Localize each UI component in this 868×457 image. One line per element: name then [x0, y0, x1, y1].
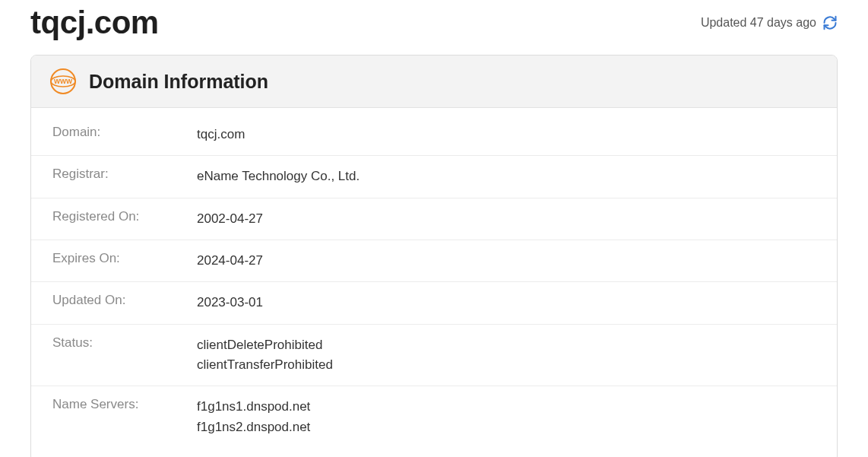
domain-info-card: WWW Domain Information Domain: tqcj.com … — [30, 55, 838, 457]
domain-title: tqcj.com — [30, 5, 159, 41]
value-updated-on: 2023-03-01 — [197, 293, 263, 313]
page-header: tqcj.com Updated 47 days ago — [30, 0, 838, 55]
refresh-icon[interactable] — [822, 15, 838, 30]
row-status: Status: clientDeleteProhibited clientTra… — [31, 325, 837, 387]
value-expires-on: 2024-04-27 — [197, 251, 263, 271]
label-domain: Domain: — [52, 125, 197, 144]
value-status: clientDeleteProhibited clientTransferPro… — [197, 335, 333, 376]
label-name-servers: Name Servers: — [52, 397, 197, 437]
card-header: WWW Domain Information — [31, 56, 837, 108]
updated-wrap: Updated 47 days ago — [701, 15, 838, 30]
row-registrar: Registrar: eName Technology Co., Ltd. — [31, 156, 837, 198]
value-domain: tqcj.com — [197, 125, 245, 144]
card-body: Domain: tqcj.com Registrar: eName Techno… — [31, 108, 837, 457]
label-updated-on: Updated On: — [52, 293, 197, 313]
row-registered-on: Registered On: 2002-04-27 — [31, 198, 837, 240]
row-expires-on: Expires On: 2024-04-27 — [31, 240, 837, 282]
row-domain: Domain: tqcj.com — [31, 114, 837, 156]
row-name-servers: Name Servers: f1g1ns1.dnspod.net f1g1ns2… — [31, 386, 837, 448]
updated-text: Updated 47 days ago — [701, 16, 816, 30]
value-registered-on: 2002-04-27 — [197, 209, 263, 229]
svg-text:WWW: WWW — [54, 78, 73, 85]
row-updated-on: Updated On: 2023-03-01 — [31, 282, 837, 324]
label-registered-on: Registered On: — [52, 209, 197, 229]
label-status: Status: — [52, 335, 197, 376]
www-icon: WWW — [49, 68, 77, 95]
card-title: Domain Information — [89, 71, 268, 93]
label-expires-on: Expires On: — [52, 251, 197, 271]
value-registrar: eName Technology Co., Ltd. — [197, 167, 360, 186]
value-name-servers: f1g1ns1.dnspod.net f1g1ns2.dnspod.net — [197, 397, 310, 437]
label-registrar: Registrar: — [52, 167, 197, 186]
